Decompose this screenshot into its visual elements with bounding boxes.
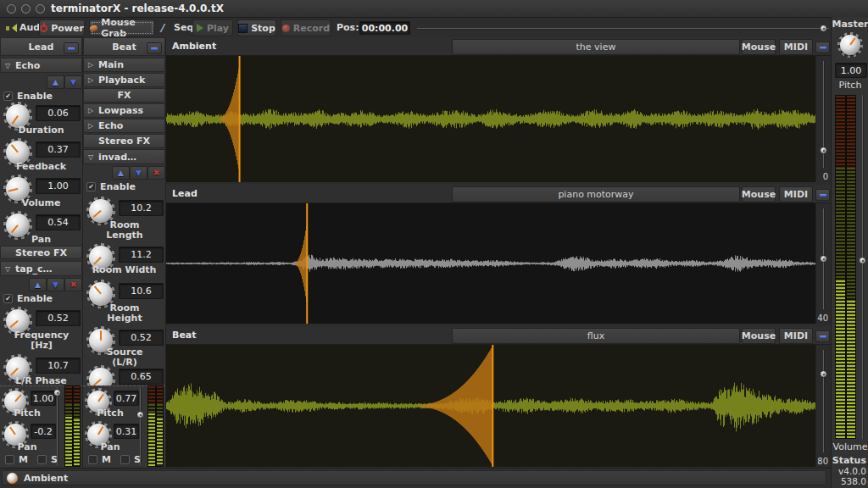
- deck-zoom-slider[interactable]: [820, 61, 827, 168]
- record-button[interactable]: Record: [281, 19, 331, 36]
- lr-phase-value[interactable]: 10.7: [36, 358, 81, 374]
- lead-panel-header[interactable]: Lead: [0, 37, 82, 56]
- beat-pan-value[interactable]: 0.31: [114, 424, 139, 439]
- lowpass-expander[interactable]: Lowpass: [83, 103, 165, 118]
- waveform-area[interactable]: [166, 203, 815, 324]
- echo-pan-value[interactable]: 0.54: [36, 214, 81, 230]
- enable-checkbox[interactable]: [3, 294, 13, 303]
- waveform-display[interactable]: [166, 56, 815, 182]
- slider-handle[interactable]: [820, 370, 827, 378]
- track-name-button[interactable]: flux: [452, 328, 740, 344]
- room-width-value[interactable]: 11.2: [119, 247, 164, 263]
- waveform-display[interactable]: [166, 345, 815, 467]
- mouse-button[interactable]: Mouse: [742, 39, 776, 55]
- fx-move-down-button[interactable]: [130, 166, 147, 180]
- source-value[interactable]: 0.52: [119, 330, 164, 346]
- invaderz-expander[interactable]: invad…: [83, 149, 165, 164]
- echo-volume-value[interactable]: 1.00: [36, 178, 81, 194]
- fx-remove-button[interactable]: [64, 278, 82, 291]
- fx-remove-button[interactable]: [147, 166, 165, 180]
- master-pitch-knob[interactable]: [837, 32, 863, 58]
- tap-expander[interactable]: tap_c…: [0, 261, 82, 276]
- power-button[interactable]: Power: [39, 19, 85, 36]
- panel-collapse-button[interactable]: [147, 42, 162, 54]
- duration-value[interactable]: 0.06: [36, 105, 81, 121]
- deck-minimize-button[interactable]: [815, 189, 830, 201]
- lead-pitch-value[interactable]: 1.00: [31, 391, 56, 406]
- track-name-button[interactable]: the view: [452, 39, 740, 55]
- panel-collapse-button[interactable]: [64, 42, 79, 54]
- echo-enable-row[interactable]: Enable: [3, 91, 53, 102]
- lead-pan-value[interactable]: -0.2: [31, 424, 56, 439]
- position-slider-handle[interactable]: [820, 25, 827, 32]
- solo-checkbox[interactable]: [120, 455, 130, 464]
- minimize-icon: [820, 194, 826, 197]
- enable-checkbox[interactable]: [86, 182, 96, 191]
- slider-handle[interactable]: [820, 147, 827, 154]
- pos-field[interactable]: 00:00.00: [359, 21, 410, 35]
- feedback-value[interactable]: 0.37: [36, 141, 81, 158]
- invaderz-enable-row[interactable]: Enable: [86, 181, 136, 192]
- fx-move-down-button[interactable]: [64, 75, 82, 89]
- fx-header[interactable]: FX: [83, 88, 165, 103]
- deck-minimize-button[interactable]: [815, 42, 830, 53]
- mouse-button[interactable]: Mouse: [742, 186, 776, 202]
- extra-value[interactable]: 0.65: [119, 369, 164, 385]
- echo-expander[interactable]: Echo: [0, 58, 82, 73]
- waveform-area[interactable]: [166, 345, 815, 467]
- minimized-deck-tab[interactable]: Ambient: [2, 470, 826, 485]
- echo-expander[interactable]: Echo: [83, 119, 165, 133]
- master-volume-label: Volume: [832, 442, 868, 452]
- track-name-button[interactable]: piano motorway: [452, 186, 740, 202]
- play-button[interactable]: Play: [192, 19, 233, 36]
- lead-pitch-label: Pitch: [0, 408, 54, 419]
- frequency-value[interactable]: 0.52: [36, 310, 81, 326]
- playback-expander[interactable]: Playback: [83, 73, 165, 87]
- expander-closed-icon: [86, 76, 95, 84]
- beat-fx-panel: Beat Main Playback FX Lowpass Echo Stere…: [83, 37, 166, 468]
- mute-checkbox[interactable]: [5, 455, 14, 464]
- deck-name: Beat: [172, 330, 197, 341]
- room-length-value[interactable]: 10.2: [119, 200, 164, 216]
- fx-move-up-button[interactable]: [47, 75, 64, 89]
- deck-zoom-slider[interactable]: [820, 208, 827, 309]
- slider-handle[interactable]: [53, 389, 61, 396]
- midi-button[interactable]: MIDI: [779, 39, 813, 55]
- stereo-fx-header[interactable]: Stereo FX: [83, 134, 165, 148]
- master-pitch-value[interactable]: 1.00: [835, 63, 867, 78]
- deck-zoom-slider[interactable]: [820, 350, 827, 452]
- midi-button[interactable]: MIDI: [779, 328, 813, 344]
- master-volume-slider[interactable]: [859, 95, 866, 439]
- tap-enable-row[interactable]: Enable: [3, 293, 53, 304]
- window-close-button[interactable]: [7, 4, 16, 14]
- beat-pitch-value[interactable]: 0.77: [114, 391, 139, 406]
- deck-lead: Lead piano motorway Mouse MIDI 40: [166, 185, 831, 324]
- main-expander[interactable]: Main: [83, 58, 165, 72]
- mouse-grab-button[interactable]: Mouse Grab: [89, 19, 155, 36]
- mouse-button[interactable]: Mouse: [742, 328, 776, 344]
- slider-handle[interactable]: [859, 257, 866, 264]
- beat-volume-slider[interactable]: [136, 387, 144, 465]
- slider-handle[interactable]: [820, 255, 827, 263]
- fx-move-down-button[interactable]: [47, 278, 64, 291]
- stop-button[interactable]: Stop: [237, 19, 276, 36]
- deck-minimize-button[interactable]: [815, 330, 830, 342]
- slider-handle[interactable]: [136, 411, 144, 419]
- deck-gutter: 80: [815, 345, 831, 467]
- window-maximize-button[interactable]: [36, 4, 45, 14]
- deck-beat: Beat flux Mouse MIDI 80: [166, 326, 831, 467]
- mute-checkbox[interactable]: [88, 455, 97, 464]
- fx-move-up-button[interactable]: [112, 166, 130, 180]
- solo-checkbox[interactable]: [37, 455, 47, 464]
- fx-move-up-button[interactable]: [29, 278, 47, 291]
- stereo-fx-header[interactable]: Stereo FX: [0, 246, 82, 259]
- room-height-value[interactable]: 10.6: [119, 283, 164, 299]
- enable-checkbox[interactable]: [3, 92, 13, 101]
- waveform-area[interactable]: [166, 56, 815, 182]
- midi-button[interactable]: MIDI: [779, 186, 813, 202]
- position-slider[interactable]: [417, 25, 829, 33]
- beat-panel-header[interactable]: Beat: [83, 37, 165, 56]
- waveform-display[interactable]: [166, 203, 815, 324]
- lead-volume-slider[interactable]: [53, 387, 61, 465]
- window-minimize-button[interactable]: [21, 4, 31, 14]
